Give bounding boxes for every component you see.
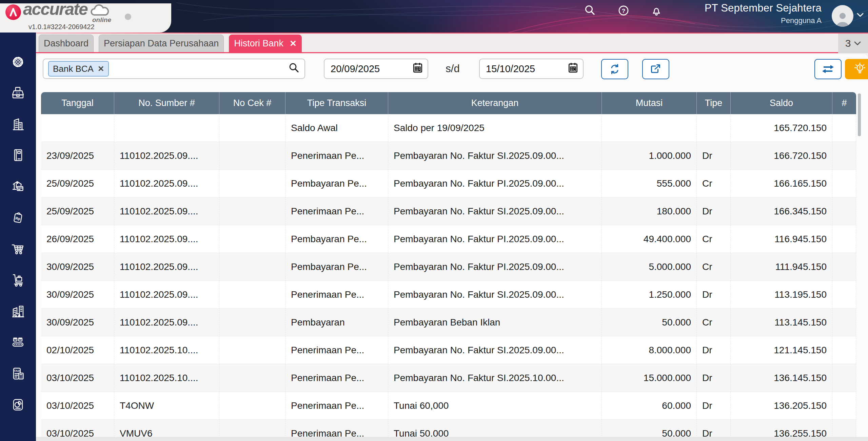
cell-tipe-transaksi: Pembayaran Pe... xyxy=(285,253,388,281)
cell-no-cek xyxy=(219,336,285,364)
cell-no-cek xyxy=(219,114,285,142)
table-row[interactable]: 03/10/2025110102.2025.10....Penerimaan P… xyxy=(41,364,856,392)
cell-saldo: 111.945.150 xyxy=(731,253,832,281)
tab-persiapan-data-perusahaan[interactable]: Persiapan Data Perusahaan xyxy=(99,35,224,52)
table-row[interactable]: 30/09/2025110102.2025.09....Penerimaan P… xyxy=(41,281,856,309)
table-row[interactable]: Saldo AwalSaldo per 19/09/2025165.720.15… xyxy=(41,114,856,142)
tax-calculator-icon[interactable]: TAX xyxy=(10,365,26,382)
cell-actions xyxy=(832,225,856,253)
cash-register-icon[interactable] xyxy=(10,85,26,101)
table-row[interactable]: 02/10/2025110102.2025.10....Penerimaan P… xyxy=(41,336,856,364)
vertical-scrollbar-thumb[interactable] xyxy=(858,93,861,136)
calendar-icon[interactable] xyxy=(413,62,423,76)
cell-saldo: 113.145.150 xyxy=(731,309,832,336)
cell-no-sumber: T4ONW xyxy=(114,392,219,420)
cell-keterangan: Pembayaran No. Faktur SI.2025.09.00... xyxy=(388,142,602,170)
column-header-no-cek-[interactable]: No Cek # xyxy=(219,92,285,114)
column-header-no-sumber-[interactable]: No. Sumber # xyxy=(114,92,219,114)
cell-no-sumber: 110102.2025.10.... xyxy=(114,336,219,364)
cell-no-cek xyxy=(219,197,285,225)
column-header-saldo[interactable]: Saldo xyxy=(731,92,832,114)
notifications-bell-icon[interactable] xyxy=(650,4,663,17)
cell-actions xyxy=(832,114,856,142)
bank-filter-chip[interactable]: Bank BCA ✕ xyxy=(48,61,109,77)
table-row[interactable]: 30/09/2025110102.2025.09....Pembayaran P… xyxy=(41,253,856,281)
cell-keterangan: Pembayaran No. Faktur PI.2025.09.00... xyxy=(388,170,602,197)
cell-saldo: 121.145.150 xyxy=(731,336,832,364)
bank-search-input[interactable]: Bank BCA ✕ xyxy=(43,59,305,79)
column-header-tipe-transaksi[interactable]: Tipe Transaksi xyxy=(285,92,388,114)
tips-button[interactable] xyxy=(845,59,868,79)
column-header-tipe[interactable]: Tipe xyxy=(697,92,731,114)
reconcile-swap-button[interactable] xyxy=(814,59,842,79)
column-header-tanggal[interactable]: Tanggal xyxy=(41,92,114,114)
cell-saldo: 136.205.150 xyxy=(731,392,832,420)
cell-actions xyxy=(832,142,856,170)
purchase-cart-icon[interactable] xyxy=(10,241,26,257)
tab-histori-bank[interactable]: Histori Bank✕ xyxy=(229,35,302,52)
production-conveyor-icon[interactable] xyxy=(10,334,26,351)
table-row[interactable]: 25/09/2025110102.2025.09....Pembayaran P… xyxy=(41,170,856,197)
cell-mutasi: 50.000 xyxy=(602,309,697,336)
column-header--[interactable]: # xyxy=(832,92,856,114)
bank-payment-icon[interactable] xyxy=(10,178,26,195)
cell-mutasi xyxy=(602,114,697,142)
cell-tipe-transaksi: Pembayaran Pe... xyxy=(285,170,388,197)
office-building-icon[interactable] xyxy=(10,116,26,132)
table-row[interactable]: 26/09/2025110102.2025.09....Pembayaran P… xyxy=(41,225,856,253)
asset-building-icon[interactable] xyxy=(10,303,26,319)
tab-overflow-selector[interactable]: 3 xyxy=(838,34,868,53)
cell-actions xyxy=(832,253,856,281)
magnifier-icon xyxy=(288,62,300,75)
chip-remove-icon[interactable]: ✕ xyxy=(98,64,104,74)
cell-keterangan: Pembayaran No. Faktur PI.2025.09.00... xyxy=(388,253,602,281)
accurate-logo-icon[interactable] xyxy=(5,4,21,20)
cell-keterangan: Pembayaran No. Faktur SI.2025.09.00... xyxy=(388,336,602,364)
cell-actions xyxy=(832,392,856,420)
refresh-button[interactable] xyxy=(601,59,628,79)
cell-tipe-transaksi: Penerimaan Pe... xyxy=(285,392,388,420)
cell-keterangan: Pembayaran No. Faktur SI.2025.09.00... xyxy=(388,197,602,225)
report-pie-icon[interactable] xyxy=(10,397,26,413)
date-from-input[interactable]: 20/09/2025 xyxy=(324,59,428,79)
column-header-mutasi[interactable]: Mutasi xyxy=(602,92,697,114)
date-from-value: 20/09/2025 xyxy=(331,63,380,75)
cell-no-cek xyxy=(219,309,285,336)
horizontal-scrollbar-track[interactable] xyxy=(36,437,868,441)
tab-label: Persiapan Data Perusahaan xyxy=(104,38,219,49)
cell-tipe: Cr xyxy=(697,253,731,281)
table-row[interactable]: 30/09/2025110102.2025.09....PembayaranPe… xyxy=(41,309,856,336)
search-icon[interactable] xyxy=(583,4,597,17)
cell-keterangan: Pembayaran No. Faktur SI.2025.10.00... xyxy=(388,364,602,392)
table-row[interactable]: 23/09/2025110102.2025.09....Penerimaan P… xyxy=(41,142,856,170)
status-dot xyxy=(125,14,131,20)
app-version: v1.0.1#3224-2069422 xyxy=(28,23,95,31)
cell-tipe: Cr xyxy=(697,309,731,336)
table-row[interactable]: 03/10/2025T4ONWPenerimaan Pe...Tunai 60,… xyxy=(41,392,856,420)
calendar-icon[interactable] xyxy=(568,62,578,76)
cell-no-sumber: 110102.2025.09.... xyxy=(114,197,219,225)
avatar[interactable] xyxy=(832,5,853,27)
cell-mutasi: 555.000 xyxy=(602,170,697,197)
cell-mutasi: 1.250.000 xyxy=(602,281,697,309)
journal-book-icon[interactable] xyxy=(10,147,26,164)
cell-tipe-transaksi: Penerimaan Pe... xyxy=(285,281,388,309)
table-row[interactable]: 25/09/2025110102.2025.09....Penerimaan P… xyxy=(41,197,856,225)
price-tag-rp-icon[interactable]: Rp xyxy=(10,210,26,226)
help-icon[interactable]: ? xyxy=(617,4,630,17)
export-button[interactable] xyxy=(642,59,669,79)
cell-tipe: Dr xyxy=(697,281,731,309)
cell-tanggal: 30/09/2025 xyxy=(41,253,114,281)
cell-tipe: Dr xyxy=(697,197,731,225)
tab-dashboard[interactable]: Dashboard xyxy=(39,35,94,52)
column-header-keterangan[interactable]: Keterangan xyxy=(388,92,602,114)
user-menu-chevron-down-icon[interactable] xyxy=(856,12,864,19)
inventory-trolley-icon[interactable] xyxy=(10,272,26,288)
company-block[interactable]: PT September Sejahtera Pengguna A xyxy=(705,2,822,25)
tab-close-icon[interactable]: ✕ xyxy=(290,39,297,48)
cell-keterangan: Pembayaran Beban Iklan xyxy=(388,309,602,336)
swap-arrows-icon xyxy=(821,64,835,75)
cell-no-cek xyxy=(219,364,285,392)
date-to-input[interactable]: 15/10/2025 xyxy=(479,59,584,79)
settings-gear-icon[interactable] xyxy=(10,54,26,70)
